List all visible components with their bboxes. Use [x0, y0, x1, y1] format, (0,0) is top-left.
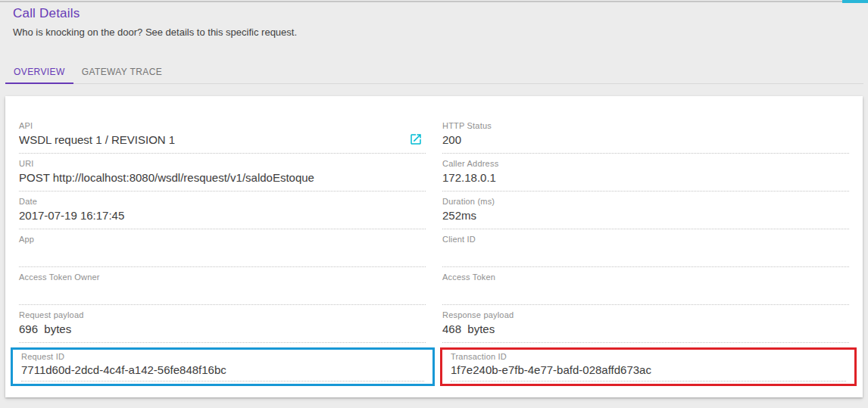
open-in-new-icon — [409, 137, 423, 148]
field-label: URI — [19, 159, 426, 168]
field-label: Request ID — [21, 352, 424, 361]
field-label: Access Token Owner — [19, 273, 426, 282]
field-label: API — [19, 121, 426, 130]
field-value: 7711d60d-2dcd-4c4f-a142-56fe848f16bc — [21, 363, 424, 378]
field-value — [19, 285, 426, 300]
field-value: 468 bytes — [442, 322, 849, 338]
field-request-payload: Request payload 696 bytes — [19, 305, 426, 343]
field-label: HTTP Status — [442, 121, 849, 130]
field-access-token: Access Token — [442, 267, 849, 305]
field-api: API WSDL request 1 / REVISION 1 — [19, 116, 426, 154]
field-label: Response payload — [442, 310, 849, 319]
field-label: Date — [19, 197, 426, 206]
top-scrollbar-track — [0, 1, 868, 2]
field-duration: Duration (ms) 252ms — [442, 192, 849, 229]
field-transaction-id: Transaction ID 1f7e240b-e7fb-4e77-bafd-0… — [451, 352, 846, 382]
field-value: 172.18.0.1 — [442, 171, 849, 186]
page-title: Call Details — [13, 6, 855, 21]
field-label: Access Token — [442, 273, 849, 282]
field-label: Client ID — [442, 235, 849, 244]
field-value — [442, 285, 849, 300]
open-api-button[interactable] — [409, 132, 423, 146]
call-details-card: API WSDL request 1 / REVISION 1 HTTP Sta… — [5, 96, 863, 397]
page-subtitle: Who is knocking on the door? See details… — [13, 26, 855, 38]
tab-overview[interactable]: OVERVIEW — [5, 64, 73, 84]
field-value: 2017-07-19 16:17:45 — [19, 209, 426, 224]
field-value: WSDL request 1 / REVISION 1 — [19, 133, 426, 148]
field-label: Request payload — [19, 310, 426, 319]
field-request-id: Request ID 7711d60d-2dcd-4c4f-a142-56fe8… — [21, 352, 424, 382]
field-label: Transaction ID — [451, 352, 846, 361]
field-value: 1f7e240b-e7fb-4e77-bafd-028affd673ac — [451, 363, 846, 378]
field-access-token-owner: Access Token Owner — [19, 267, 426, 305]
field-value — [442, 247, 849, 262]
field-date: Date 2017-07-19 16:17:45 — [19, 192, 426, 229]
top-scrollbar-thumb[interactable] — [842, 0, 868, 3]
field-app: App — [19, 229, 426, 267]
field-label: Caller Address — [442, 159, 849, 168]
field-response-payload: Response payload 468 bytes — [442, 305, 849, 343]
field-http-status: HTTP Status 200 — [442, 116, 849, 154]
page-header: Call Details Who is knocking on the door… — [0, 0, 868, 38]
field-value: 200 — [442, 133, 849, 148]
field-value: 696 bytes — [19, 322, 426, 338]
field-uri: URI POST http://localhost:8080/wsdl/resq… — [19, 154, 426, 192]
field-label: Duration (ms) — [442, 197, 849, 206]
tab-bar: OVERVIEW GATEWAY TRACE — [0, 64, 868, 84]
tab-gateway-trace[interactable]: GATEWAY TRACE — [73, 64, 171, 84]
request-id-highlight-box: Request ID 7711d60d-2dcd-4c4f-a142-56fe8… — [11, 347, 435, 386]
field-value: 252ms — [442, 209, 849, 224]
field-value — [19, 247, 426, 262]
field-value: POST http://localhost:8080/wsdl/resquest… — [19, 171, 426, 186]
field-client-id: Client ID — [442, 229, 849, 267]
field-label: App — [19, 235, 426, 244]
field-caller-address: Caller Address 172.18.0.1 — [442, 154, 849, 192]
transaction-id-highlight-box: Transaction ID 1f7e240b-e7fb-4e77-bafd-0… — [440, 347, 857, 386]
